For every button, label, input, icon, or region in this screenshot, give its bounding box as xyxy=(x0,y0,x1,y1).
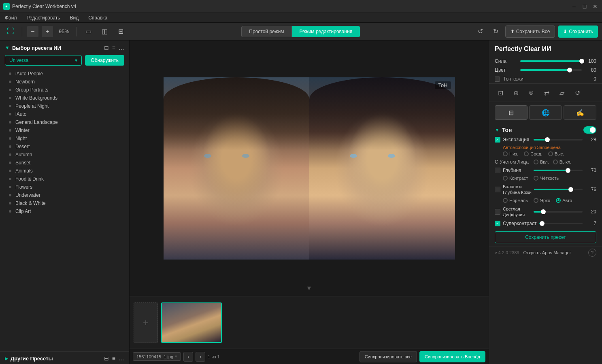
single-view-button[interactable]: ▭ xyxy=(82,25,95,38)
preset-item-black-white[interactable]: Black & White xyxy=(0,199,129,207)
depth-checkbox[interactable] xyxy=(495,168,500,173)
redo-button[interactable]: ↻ xyxy=(490,26,502,38)
maximize-button[interactable]: □ xyxy=(581,3,588,10)
color-slider[interactable] xyxy=(520,69,582,71)
menu-file[interactable]: Файл xyxy=(3,14,19,21)
preset-item-general-landscape[interactable]: General Landscape xyxy=(0,118,129,126)
minimize-button[interactable]: – xyxy=(570,3,578,10)
app-icon: ✦ xyxy=(3,3,10,10)
preset-item-flowers[interactable]: Flowers xyxy=(0,183,129,191)
strength-slider[interactable] xyxy=(520,60,582,62)
split-view-button[interactable]: ◫ xyxy=(98,25,111,38)
sharpness-radio[interactable]: Чёткость xyxy=(534,176,559,181)
prev-button[interactable]: ‹ xyxy=(183,352,193,362)
next-button[interactable]: › xyxy=(196,352,205,362)
preset-item-white-backgrounds[interactable]: White Backgrounds xyxy=(0,94,129,102)
preset-item-people-at-night[interactable]: People at Night xyxy=(0,102,129,110)
exposure-thumb[interactable] xyxy=(545,137,550,142)
open-apps-link[interactable]: Открыть Apps Manager xyxy=(523,250,571,255)
skin-balance-slider[interactable] xyxy=(534,189,583,190)
save-all-button[interactable]: ⬆ Сохранить Все xyxy=(505,26,555,38)
radio-mid[interactable]: Сред. xyxy=(524,151,542,156)
more-options-icon[interactable]: … xyxy=(119,45,124,51)
grid-view-icon[interactable]: ⊟ xyxy=(104,45,109,51)
save-button[interactable]: ⬇ Сохранить xyxy=(558,26,598,38)
tab-sliders[interactable]: ⊟ xyxy=(495,105,528,120)
diffusion-thumb[interactable] xyxy=(541,209,546,214)
menu-help[interactable]: Справка xyxy=(87,14,109,21)
hsl-icon[interactable]: ⇄ xyxy=(541,87,552,98)
preset-item-night[interactable]: Night xyxy=(0,134,129,143)
menu-edit[interactable]: Редактировать xyxy=(25,14,62,21)
exposure-slider[interactable] xyxy=(534,139,583,140)
skin-tone-checkbox[interactable] xyxy=(495,77,500,82)
preset-item-autumn[interactable]: Autumn xyxy=(0,151,129,159)
undo-button[interactable]: ↺ xyxy=(474,26,487,38)
face-icon[interactable]: ☺ xyxy=(525,87,537,98)
preset-dot-icon xyxy=(9,137,11,140)
preset-item-newborn[interactable]: Newborn xyxy=(0,78,129,86)
add-image-button[interactable]: + xyxy=(134,302,158,343)
crop-icon[interactable]: ⊡ xyxy=(495,87,506,98)
skin-balance-thumb[interactable] xyxy=(568,187,573,192)
strength-thumb[interactable] xyxy=(579,59,584,64)
tone-toggle[interactable] xyxy=(583,126,596,134)
left-panel: ▼ Выбор пресета ИИ ⊟ ≡ … Universal ▾ Обн… xyxy=(0,40,130,364)
radio-high[interactable]: Выс. xyxy=(548,151,564,156)
preset-item-animals[interactable]: Animals xyxy=(0,167,129,175)
face-on-radio[interactable]: Вкл. xyxy=(534,160,549,164)
exposure-checkbox[interactable]: ✓ xyxy=(495,137,500,143)
help-button[interactable]: ? xyxy=(588,249,596,257)
diffusion-checkbox[interactable] xyxy=(495,209,500,215)
grid-view-button[interactable]: ⊞ xyxy=(114,25,127,38)
preset-item-winter[interactable]: Winter xyxy=(0,126,129,134)
other-grid-icon[interactable]: ⊟ xyxy=(104,355,109,362)
preset-item-desert[interactable]: Desert xyxy=(0,143,129,151)
skin-normal-radio[interactable]: Нормаль xyxy=(503,198,528,203)
supercontrast-checkbox[interactable]: ✓ xyxy=(495,221,500,226)
preset-item-sunset[interactable]: Sunset xyxy=(0,159,129,167)
preset-item-clip-art[interactable]: Clip Art xyxy=(0,207,129,215)
contrast-radio[interactable]: Контраст xyxy=(503,176,528,181)
close-button[interactable]: ✕ xyxy=(591,3,599,10)
preset-item-underwater[interactable]: Underwater xyxy=(0,191,129,199)
split-tone-icon[interactable]: ▱ xyxy=(556,87,568,98)
menu-view[interactable]: Вид xyxy=(68,14,80,21)
zoom-in-button[interactable]: + xyxy=(42,26,53,37)
history-icon[interactable]: ↺ xyxy=(572,87,583,98)
edit-mode-button[interactable]: Режим редактирования xyxy=(292,26,360,37)
supercontrast-thumb[interactable] xyxy=(540,221,545,226)
sync-forward-button[interactable]: Синхронизировать Вперёд xyxy=(419,351,485,362)
skin-auto-radio[interactable]: Авто xyxy=(556,198,572,203)
transform-icon[interactable]: ⊕ xyxy=(510,87,521,98)
preset-item-iauto-people[interactable]: iAuto People xyxy=(0,70,129,78)
supercontrast-slider[interactable] xyxy=(539,223,583,224)
tab-globe[interactable]: 🌐 xyxy=(529,105,562,120)
skin-balance-checkbox[interactable] xyxy=(495,187,500,192)
zoom-out-button[interactable]: − xyxy=(27,26,38,37)
tab-brush[interactable]: ✍ xyxy=(564,105,596,120)
simple-mode-button[interactable]: Простой режим xyxy=(241,26,291,37)
preset-dot-icon xyxy=(9,89,11,91)
sync-all-button[interactable]: Синхронизировать все xyxy=(359,351,417,362)
save-preset-button[interactable]: Сохранить пресет xyxy=(495,231,596,243)
preset-item-group-portraits[interactable]: Group Portraits xyxy=(0,86,129,94)
skin-bright-radio[interactable]: Ярко xyxy=(534,198,550,203)
toh-label: ToH xyxy=(435,81,451,89)
zoom-level: 95% xyxy=(56,28,72,34)
face-off-radio[interactable]: Выкл. xyxy=(553,160,572,164)
color-thumb[interactable] xyxy=(567,68,572,72)
diffusion-slider[interactable] xyxy=(534,211,583,213)
list-view-icon[interactable]: ≡ xyxy=(112,45,115,51)
depth-thumb[interactable] xyxy=(566,168,570,173)
other-more-icon[interactable]: … xyxy=(119,355,124,362)
preset-dropdown[interactable]: Universal ▾ xyxy=(5,55,82,66)
radio-low[interactable]: Низ. xyxy=(503,151,518,156)
other-list-icon[interactable]: ≡ xyxy=(112,355,115,362)
depth-slider[interactable] xyxy=(534,170,583,171)
detect-button[interactable]: Обнаружить xyxy=(85,55,124,66)
expand-icon[interactable]: ⛶ xyxy=(4,25,17,38)
preset-item-iauto[interactable]: iAuto xyxy=(0,110,129,118)
filmstrip-thumbnail[interactable] xyxy=(161,302,222,343)
preset-item-food-drink[interactable]: Food & Drink xyxy=(0,175,129,183)
